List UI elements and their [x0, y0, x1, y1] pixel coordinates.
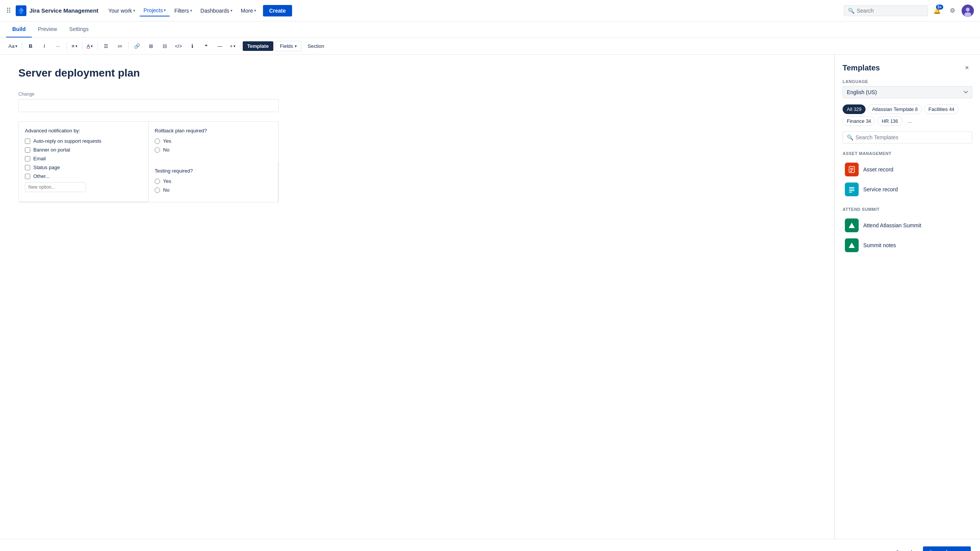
checkbox-other: Other... — [25, 173, 142, 179]
testing-no-label: No — [163, 187, 170, 193]
panel-close-button[interactable]: × — [962, 62, 972, 73]
checkbox-auto-reply: Auto-reply on support requests — [25, 138, 142, 144]
change-input[interactable] — [18, 99, 279, 112]
checkbox-auto-reply-label: Auto-reply on support requests — [33, 138, 101, 144]
bold-button[interactable]: B — [24, 41, 37, 51]
document-title[interactable]: Server deployment plan — [18, 67, 816, 79]
template-button[interactable]: Template — [243, 41, 273, 51]
rollback-plan-label: Rollback plan required? — [155, 128, 272, 134]
new-option-input[interactable] — [25, 182, 86, 192]
svg-point-3 — [964, 12, 971, 17]
nav-item-more[interactable]: More ▾ — [237, 5, 260, 16]
font-size-button[interactable]: Aa ▾ — [6, 41, 20, 51]
nav-items: Your work ▾ Projects ▾ Filters ▾ Dashboa… — [105, 5, 260, 16]
chevron-down-icon: ▾ — [190, 8, 192, 13]
checkbox-banner: Banner on portal — [25, 147, 142, 153]
nav-item-filters[interactable]: Filters ▾ — [170, 5, 196, 16]
info-button[interactable]: ℹ — [186, 41, 198, 51]
search-box[interactable]: 🔍 — [844, 5, 928, 16]
nav-right: 🔍 🔔 3+ ⚙ — [844, 5, 974, 17]
chevron-down-icon: ▾ — [295, 44, 297, 48]
chevron-down-icon: ▾ — [234, 44, 235, 48]
filter-finance[interactable]: Finance 34 — [843, 116, 875, 126]
checkbox-banner-input[interactable] — [25, 147, 30, 153]
sub-navigation: Build Preview Settings — [0, 21, 980, 37]
svg-rect-5 — [850, 168, 853, 169]
grid-icon[interactable]: ⠿ — [6, 7, 11, 15]
logo: Jira Service Management — [16, 5, 98, 16]
nav-item-dashboards[interactable]: Dashboards ▾ — [197, 5, 237, 16]
save-changes-button[interactable]: Save changes — [923, 546, 971, 551]
search-icon: 🔍 — [848, 8, 854, 14]
nav-item-projects[interactable]: Projects ▾ — [140, 5, 170, 16]
layout-button[interactable]: ⊟ — [158, 41, 171, 51]
nav-item-your-work[interactable]: Your work ▾ — [105, 5, 139, 16]
logo-text: Jira Service Management — [29, 7, 98, 14]
code-button[interactable]: </> — [172, 41, 185, 51]
advanced-notification-label: Advanced notification by: — [25, 128, 142, 134]
quote-button[interactable]: ❝ — [200, 41, 212, 51]
numbered-list-button[interactable]: ≔ — [114, 41, 126, 51]
template-search-input[interactable] — [856, 134, 968, 140]
filter-all[interactable]: All 329 — [843, 104, 866, 114]
svg-rect-7 — [850, 171, 852, 172]
filter-hr[interactable]: HR 136 — [877, 116, 902, 126]
asset-record-icon — [845, 163, 859, 176]
create-button[interactable]: Create — [263, 5, 292, 16]
tab-preview[interactable]: Preview — [32, 21, 63, 37]
testing-yes-input[interactable] — [155, 179, 160, 184]
checkbox-other-input[interactable] — [25, 174, 30, 179]
attend-summit-label: ATTEND SUMMIT — [843, 207, 972, 212]
checkbox-auto-reply-input[interactable] — [25, 139, 30, 144]
more-filters-button[interactable]: ... — [905, 116, 915, 126]
editor-toolbar: Aa ▾ B I ··· ≡ ▾ A ▾ ☰ ≔ 🔗 ⊞ ⊟ </> ℹ ❝ —… — [0, 37, 980, 55]
fields-button[interactable]: Fields ▾ — [275, 41, 302, 51]
text-color-button[interactable]: A ▾ — [85, 41, 95, 51]
checkbox-status-input[interactable] — [25, 165, 30, 170]
tab-settings[interactable]: Settings — [63, 21, 95, 37]
checkbox-status: Status page — [25, 165, 142, 170]
avatar[interactable] — [962, 5, 974, 17]
cancel-button[interactable]: Cancel — [889, 546, 918, 551]
checkbox-email-label: Email — [33, 156, 46, 161]
divider — [82, 42, 82, 50]
more-formatting-button[interactable]: ··· — [52, 41, 64, 51]
notification-count: 3+ — [936, 5, 943, 10]
language-select[interactable]: English (US) French German Spanish — [843, 86, 972, 98]
link-button[interactable]: 🔗 — [131, 41, 143, 51]
testing-required-label: Testing required? — [155, 168, 272, 174]
summit-notes-name: Summit notes — [863, 242, 896, 248]
main-layout: Server deployment plan Change Advanced n… — [0, 55, 980, 539]
gear-icon: ⚙ — [950, 7, 955, 14]
svg-point-2 — [966, 8, 970, 11]
divider-button[interactable]: — — [214, 41, 226, 51]
filter-atlassian[interactable]: Atlassian Template 8 — [868, 104, 922, 114]
template-item-asset-record[interactable]: Asset record — [843, 160, 972, 179]
settings-button[interactable]: ⚙ — [946, 5, 959, 17]
testing-no-input[interactable] — [155, 187, 160, 193]
attend-summit-icon — [845, 218, 859, 232]
notifications-button[interactable]: 🔔 3+ — [931, 5, 943, 17]
table-button[interactable]: ⊞ — [145, 41, 157, 51]
rollback-plan-cell: Rollback plan required? Yes No — [149, 122, 278, 162]
tab-build[interactable]: Build — [6, 21, 32, 37]
asset-management-section: ASSET MANAGEMENT Asset record — [843, 151, 972, 199]
insert-button[interactable]: + ▾ — [227, 41, 238, 51]
svg-rect-11 — [849, 192, 852, 192]
template-item-service-record[interactable]: Service record — [843, 179, 972, 199]
checkbox-email-input[interactable] — [25, 156, 30, 161]
chevron-down-icon: ▾ — [164, 8, 166, 12]
checkbox-status-label: Status page — [33, 165, 60, 170]
section-button[interactable]: Section — [303, 41, 329, 51]
italic-button[interactable]: I — [38, 41, 51, 51]
jsm-logo-icon — [16, 5, 26, 16]
filter-facilities[interactable]: Facilities 44 — [924, 104, 959, 114]
rollback-no-input[interactable] — [155, 147, 160, 153]
rollback-yes-input[interactable] — [155, 139, 160, 144]
template-search-box[interactable]: 🔍 — [843, 131, 972, 143]
bullet-list-button[interactable]: ☰ — [100, 41, 112, 51]
template-item-attend-atlassian-summit[interactable]: Attend Atlassian Summit — [843, 215, 972, 235]
search-input[interactable] — [857, 8, 924, 14]
alignment-button[interactable]: ≡ ▾ — [69, 41, 80, 51]
template-item-summit-notes[interactable]: Summit notes — [843, 235, 972, 255]
